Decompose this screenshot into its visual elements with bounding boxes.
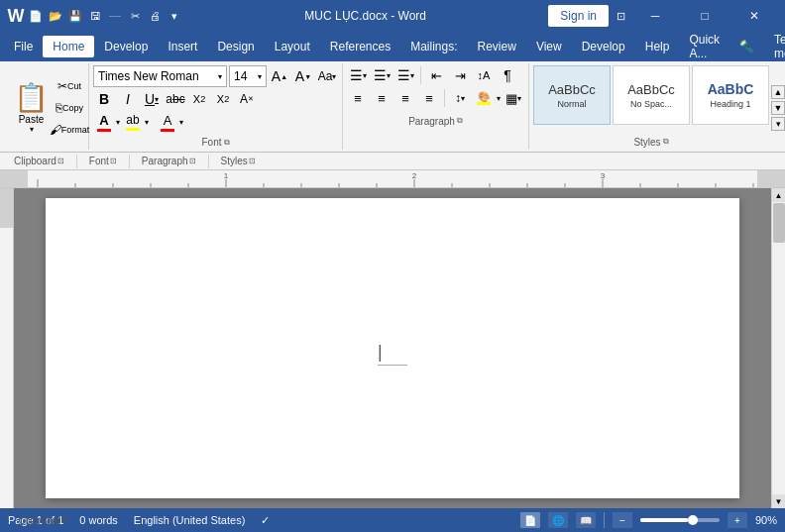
styles-scroll-up-button[interactable]: ▲ [771,85,785,99]
font-size-dropdown-icon[interactable]: ▾ [258,72,262,81]
minimize-button[interactable]: ─ [632,0,678,32]
sign-in-button[interactable]: Sign in [548,5,609,27]
copy-button[interactable]: ⎘ Copy [58,98,80,118]
read-mode-view-button[interactable]: 📖 [576,512,596,528]
italic-button[interactable]: I [117,89,139,109]
save-as-icon[interactable]: 🖫 [87,8,103,24]
font-color-button[interactable]: A [93,111,115,133]
grow-font-button[interactable]: A▲ [269,66,290,86]
align-center-button[interactable]: ≡ [371,88,392,108]
menu-develop2[interactable]: Develop [572,36,635,57]
style-heading1[interactable]: AaBbC Heading 1 [692,65,769,125]
underline-button[interactable]: U ▾ [141,89,163,109]
menu-quickaccess[interactable]: Quick A... [679,29,729,64]
styles-expand-icon[interactable]: ⧉ [663,137,669,147]
restore-button[interactable]: □ [682,0,728,32]
font-color-dropdown-icon[interactable]: ▾ [116,118,120,127]
menu-insert[interactable]: Insert [158,36,207,57]
paragraph-label-item[interactable]: Paragraph ⊡ [132,156,206,166]
customize-icon[interactable]: ▾ [167,8,182,24]
cut-icon[interactable]: ✂ [127,8,143,24]
highlight-color-button[interactable]: ab [122,111,144,133]
word-count[interactable]: 0 words [79,514,118,526]
scroll-down-button[interactable]: ▼ [772,494,786,508]
style-nospace[interactable]: AaBbCc No Spac... [613,65,690,125]
paragraph-label-expand-icon[interactable]: ⊡ [189,157,196,165]
change-case-button[interactable]: Aa ▾ [316,66,338,86]
font-label-expand-icon[interactable]: ⊡ [110,157,117,165]
multilevel-button[interactable]: ☰ ▾ [394,65,416,85]
font-label-item[interactable]: Font ⊡ [79,156,127,166]
numbering-button[interactable]: ☰ ▾ [371,65,392,85]
font-expand-icon[interactable]: ⧉ [224,138,230,148]
menu-references[interactable]: References [320,36,400,57]
menu-design[interactable]: Design [207,36,264,57]
font-name-dropdown-icon[interactable]: ▾ [218,72,222,81]
line-spacing-button[interactable]: ↕ ▾ [449,88,471,108]
ribbon-display-icon[interactable]: ⊡ [613,8,628,24]
close-button[interactable]: ✕ [731,0,777,32]
font-color2-dropdown-icon[interactable]: ▾ [179,118,183,127]
align-right-button[interactable]: ≡ [394,88,416,108]
clear-format-button[interactable]: A✕ [236,89,258,109]
superscript-button[interactable]: X2 [212,89,234,109]
highlight-dropdown-icon[interactable]: ▾ [145,118,149,127]
font-name-selector[interactable]: Times New Roman ▾ [93,65,227,87]
zoom-in-button[interactable]: + [728,512,747,528]
paste-button[interactable]: 📋 Paste ▾ [8,79,55,136]
language-indicator[interactable]: English (United States) [134,514,246,526]
style-normal[interactable]: AaBbCc Normal [533,65,611,125]
menu-home[interactable]: Home [43,36,94,57]
menu-tellme[interactable]: Tell me [764,29,785,64]
menu-mailings[interactable]: Mailings: [400,36,467,57]
font-size-selector[interactable]: 14 ▾ [229,65,267,87]
show-hide-button[interactable]: ¶ [497,65,518,85]
format-painter-button[interactable]: 🖌 Format [58,120,80,140]
document-page[interactable]: | [46,198,739,498]
styles-scroll-more-button[interactable]: ▾ [771,117,785,131]
justify-button[interactable]: ≡ [418,88,440,108]
paragraph-expand-icon[interactable]: ⧉ [457,116,463,126]
scroll-up-button[interactable]: ▲ [772,188,786,202]
zoom-out-button[interactable]: − [613,512,632,528]
proofing-icon[interactable]: ✓ [261,514,270,527]
scroll-thumb[interactable] [773,203,785,243]
clipboard-label-expand-icon[interactable]: ⊡ [57,157,64,165]
zoom-slider[interactable] [640,518,720,522]
increase-indent-button[interactable]: ⇥ [449,65,471,85]
shading-dropdown-icon[interactable]: ▾ [497,94,501,103]
menu-help[interactable]: Help [635,36,680,57]
paste-dropdown-icon[interactable]: ▾ [30,125,34,134]
bullets-button[interactable]: ☰ ▾ [347,65,369,85]
styles-label-expand-icon[interactable]: ⊡ [249,157,256,165]
subscript-button[interactable]: X2 [188,89,210,109]
shrink-font-button[interactable]: A▼ [292,66,314,86]
sort-button[interactable]: ↕A [473,65,495,85]
styles-label-item[interactable]: Styles ⊡ [211,156,266,166]
save-icon[interactable]: 💾 [67,8,83,24]
zoom-level[interactable]: 90% [755,514,777,526]
open-icon[interactable]: 📂 [48,8,63,24]
strikethrough-button[interactable]: abc [165,89,186,109]
menu-view[interactable]: View [526,36,572,57]
menu-file[interactable]: File [4,36,43,57]
styles-scroll-down-button[interactable]: ▼ [771,101,785,115]
menu-review[interactable]: Review [468,36,526,57]
clipboard-expand-icon[interactable]: ⧉ [62,515,68,525]
web-layout-view-button[interactable]: 🌐 [548,512,568,528]
new-icon[interactable]: 📄 [28,8,44,24]
menu-develop[interactable]: Develop [94,36,158,57]
decrease-indent-button[interactable]: ⇤ [425,65,447,85]
zoom-slider-knob[interactable] [688,515,698,525]
menu-layout[interactable]: Layout [265,36,320,57]
font-color2-button[interactable]: A [157,111,178,133]
shading-button[interactable]: 🎨 [473,87,495,109]
print-layout-view-button[interactable]: 📄 [520,512,540,528]
undo2-icon[interactable]: 🖨 [147,8,163,24]
text-cursor[interactable]: | [378,342,407,366]
borders-button[interactable]: ▦ ▾ [503,88,524,108]
bold-button[interactable]: B [93,89,115,109]
document-area[interactable]: | [14,188,771,508]
align-left-button[interactable]: ≡ [347,88,369,108]
clipboard-label-item[interactable]: Clipboard ⊡ [4,156,74,166]
